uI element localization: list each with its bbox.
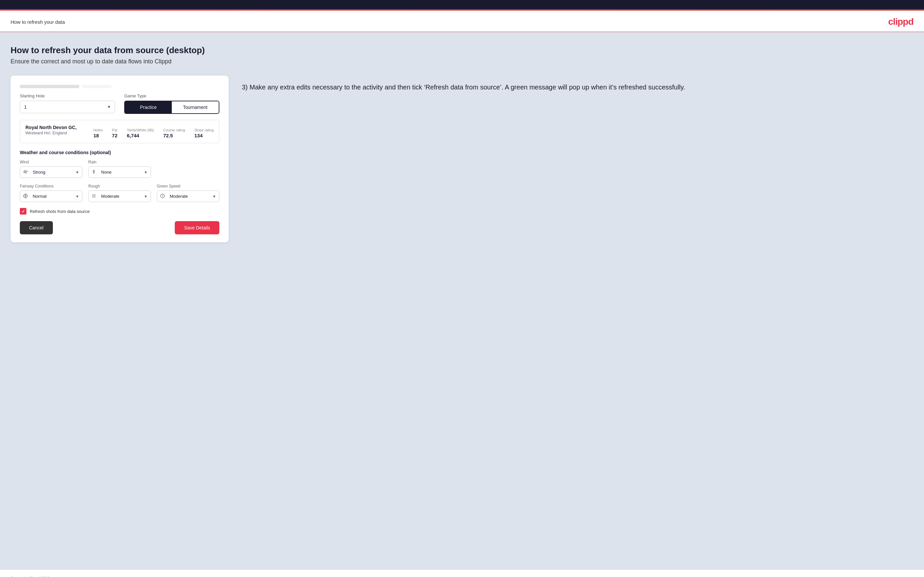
rain-select[interactable]: None [88, 166, 151, 178]
course-name: Royal North Devon GC, [26, 125, 77, 130]
content-row: Starting Hole 1 ▼ Game Type Practice Tou… [11, 76, 913, 242]
green-speed-group: Green Speed Moderate ▼ [157, 184, 220, 202]
course-rating-label: Course rating [163, 128, 185, 132]
rough-select-wrapper: Moderate ▼ [88, 190, 151, 202]
fairway-rough-green-row: Fairway Conditions Normal ▼ Rough [20, 184, 220, 202]
wind-select[interactable]: Strong [20, 166, 82, 178]
slope-rating-value: 134 [194, 133, 214, 138]
form-row-top: Starting Hole 1 ▼ Game Type Practice Tou… [20, 93, 220, 114]
slope-rating-stat: Slope rating 134 [194, 128, 214, 138]
starting-hole-group: Starting Hole 1 ▼ [20, 93, 115, 114]
holes-stat: Holes 18 [94, 128, 103, 138]
rough-group: Rough Moderate ▼ [88, 184, 151, 202]
green-speed-label: Green Speed [157, 184, 220, 189]
game-type-group: Game Type Practice Tournament [124, 93, 220, 114]
page-subheading: Ensure the correct and most up to date d… [11, 58, 913, 65]
yards-stat: Yards/White (M)) 6,744 [127, 128, 154, 138]
holes-label: Holes [94, 128, 103, 132]
course-rating-value: 72.5 [163, 133, 185, 138]
course-info-box: Royal North Devon GC, Westward Ho!, Engl… [20, 120, 220, 143]
main-content: How to refresh your data from source (de… [0, 32, 924, 569]
page-heading: How to refresh your data from source (de… [11, 45, 913, 55]
course-location: Westward Ho!, England [26, 131, 77, 135]
rain-label: Rain [88, 160, 151, 164]
rain-group: Rain None ▼ [88, 160, 151, 178]
conditions-title: Weather and course conditions (optional) [20, 150, 220, 155]
cancel-button[interactable]: Cancel [20, 221, 53, 234]
wind-label: Wind [20, 160, 82, 164]
wind-select-wrapper: Strong ▼ [20, 166, 82, 178]
green-speed-select[interactable]: Moderate [157, 190, 220, 202]
course-stats: Holes 18 Par 72 Yards/White (M)) 6,744 [94, 128, 214, 138]
footer: Copyright Clippd 2022 [0, 569, 924, 577]
starting-hole-label: Starting Hole [20, 93, 115, 98]
save-button[interactable]: Save Details [175, 221, 220, 234]
wind-group: Wind Strong ▼ [20, 160, 82, 178]
yards-label: Yards/White (M)) [127, 128, 154, 132]
tournament-button[interactable]: Tournament [172, 102, 219, 113]
practice-button[interactable]: Practice [125, 102, 172, 113]
starting-hole-select[interactable]: 1 [20, 101, 115, 113]
fairway-label: Fairway Conditions [20, 184, 82, 189]
top-bar [0, 0, 924, 9]
refresh-checkbox[interactable]: ✓ [20, 208, 26, 214]
btn-row: Cancel Save Details [20, 221, 220, 234]
rough-label: Rough [88, 184, 151, 189]
fairway-select-wrapper: Normal ▼ [20, 190, 82, 202]
wind-rain-row: Wind Strong ▼ Rain [20, 160, 220, 178]
starting-hole-select-wrapper: 1 ▼ [20, 101, 115, 113]
green-speed-select-wrapper: Moderate ▼ [157, 190, 220, 202]
activity-card: Starting Hole 1 ▼ Game Type Practice Tou… [11, 76, 229, 242]
logo: clippd [888, 16, 913, 27]
rough-select[interactable]: Moderate [88, 190, 151, 202]
side-note-text: 3) Make any extra edits necessary to the… [242, 82, 913, 92]
course-name-location: Royal North Devon GC, Westward Ho!, Engl… [26, 125, 77, 135]
side-note: 3) Make any extra edits necessary to the… [242, 76, 913, 92]
rain-select-wrapper: None ▼ [88, 166, 151, 178]
holes-value: 18 [94, 133, 103, 138]
header-title: How to refresh your data [11, 19, 65, 25]
fairway-select[interactable]: Normal [20, 190, 82, 202]
par-value: 72 [112, 133, 118, 138]
check-icon: ✓ [21, 209, 25, 214]
refresh-checkbox-row[interactable]: ✓ Refresh shots from data source [20, 208, 220, 214]
header: How to refresh your data clippd [0, 11, 924, 32]
game-type-toggle: Practice Tournament [124, 101, 220, 114]
fairway-group: Fairway Conditions Normal ▼ [20, 184, 82, 202]
refresh-label: Refresh shots from data source [30, 209, 89, 214]
tab-partial-1 [20, 85, 79, 88]
yards-value: 6,744 [127, 133, 154, 138]
par-stat: Par 72 [112, 128, 118, 138]
par-label: Par [112, 128, 118, 132]
slope-rating-label: Slope rating [194, 128, 214, 132]
game-type-label: Game Type [124, 93, 220, 98]
tab-partial-2 [82, 85, 111, 88]
course-rating-stat: Course rating 72.5 [163, 128, 185, 138]
